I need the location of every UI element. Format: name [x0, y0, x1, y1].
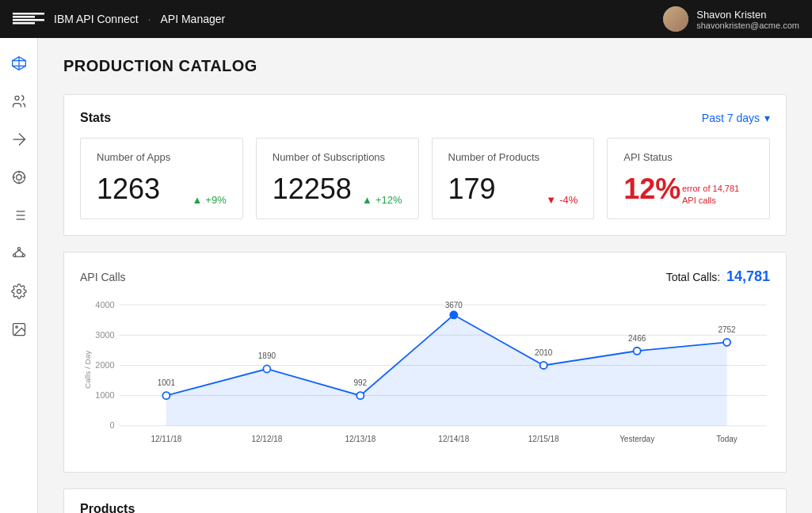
svg-rect-0	[13, 13, 44, 15]
svg-text:2000: 2000	[95, 360, 114, 370]
svg-point-8	[15, 96, 19, 100]
svg-point-29	[15, 326, 17, 329]
sidebar-item-target[interactable]	[3, 162, 35, 193]
chart-x-label-3: 12/14/18	[438, 435, 469, 443]
stat-card-products-label: Number of Products	[448, 151, 578, 163]
stats-section: Stats Past 7 days ▾ Number of Apps 1263 …	[63, 94, 787, 236]
sidebar-item-graph[interactable]	[3, 238, 35, 269]
products-header: Products	[64, 489, 786, 513]
chart-total-label: Total Calls:	[666, 271, 720, 283]
chart-point-5	[634, 348, 641, 355]
chart-title: API Calls	[80, 271, 126, 283]
page-title: PRODUCTION CATALOG	[63, 57, 787, 75]
svg-text:1000: 1000	[95, 390, 114, 400]
svg-text:0: 0	[109, 420, 114, 430]
chart-area: 4000 3000 2000 1000 0 Calls / Day	[80, 298, 770, 456]
sidebar-item-settings[interactable]	[3, 276, 35, 307]
subscriptions-change-value: +12%	[376, 194, 402, 206]
stat-card-products-value: 179	[448, 173, 496, 206]
chart-label-3: 3670	[445, 301, 463, 310]
chart-label-2: 992	[354, 378, 368, 387]
user-name: Shavon Kristen	[696, 9, 799, 21]
svg-text:Calls / Day: Calls / Day	[83, 351, 92, 389]
top-nav-right: Shavon Kristen shavonkristen@acme.com	[663, 6, 799, 32]
chart-label-0: 1001	[158, 378, 176, 387]
up-arrow-icon-2: ▲	[362, 194, 372, 206]
up-arrow-icon: ▲	[192, 194, 202, 206]
chart-point-4	[540, 362, 547, 369]
svg-point-10	[16, 175, 21, 180]
stat-card-products-value-row: 179 ▼ -4%	[448, 173, 578, 206]
chart-point-6	[723, 339, 730, 346]
stat-card-api-status-label: API Status	[623, 151, 753, 163]
chevron-down-icon: ▾	[764, 112, 770, 124]
chart-x-label-2: 12/13/18	[345, 435, 376, 443]
svg-point-21	[17, 248, 20, 250]
svg-text:4000: 4000	[95, 300, 114, 310]
api-status-error: error of 14,781 API calls	[682, 183, 753, 206]
stat-card-apps-change: ▲ +9%	[192, 194, 226, 206]
main-content: PRODUCTION CATALOG Stats Past 7 days ▾ N…	[38, 38, 812, 513]
sidebar-item-list[interactable]	[3, 200, 35, 231]
products-section: Products Name Plans Status API Status Re…	[63, 488, 787, 513]
stats-cards: Number of Apps 1263 ▲ +9% Number of Subs…	[80, 138, 770, 219]
stats-section-title: Stats	[80, 111, 111, 125]
chart-label-6: 2752	[718, 325, 736, 334]
api-status-value: 12%	[623, 173, 680, 206]
user-info: Shavon Kristen shavonkristen@acme.com	[696, 9, 799, 30]
svg-line-25	[19, 250, 24, 254]
chart-label-1: 1890	[258, 352, 276, 360]
stat-card-apps-value: 1263	[97, 173, 160, 206]
stat-card-apps-value-row: 1263 ▲ +9%	[97, 173, 227, 206]
chart-point-1	[263, 365, 270, 372]
stat-card-api-status-value-row: 12% error of 14,781 API calls	[623, 173, 753, 206]
chart-x-label-4: 12/15/18	[528, 435, 559, 443]
stat-card-products: Number of Products 179 ▼ -4%	[432, 138, 595, 219]
chart-total: Total Calls: 14,781	[666, 268, 770, 285]
svg-rect-1	[13, 16, 35, 18]
stats-filter[interactable]: Past 7 days ▾	[702, 112, 770, 124]
brand-label: IBM API Connect	[54, 13, 139, 25]
top-nav: IBM API Connect · API Manager Shavon Kri…	[0, 0, 812, 38]
layout: PRODUCTION CATALOG Stats Past 7 days ▾ N…	[0, 38, 812, 513]
user-email: shavonkristen@acme.com	[696, 21, 799, 30]
sidebar-item-image[interactable]	[3, 314, 35, 345]
stat-card-subscriptions-change: ▲ +12%	[362, 194, 402, 206]
apps-change-value: +9%	[205, 194, 226, 206]
nav-separator: ·	[148, 13, 151, 25]
svg-rect-2	[13, 19, 44, 21]
stat-card-apps: Number of Apps 1263 ▲ +9%	[80, 138, 243, 219]
chart-header: API Calls Total Calls: 14,781	[80, 268, 770, 285]
chart-svg: 4000 3000 2000 1000 0 Calls / Day	[80, 298, 770, 456]
chart-x-label-6: Today	[716, 435, 738, 443]
chart-x-label-1: 12/12/18	[251, 435, 282, 443]
stat-card-subscriptions-label: Number of Subscriptions	[273, 151, 402, 163]
chart-point-0	[162, 392, 170, 399]
sidebar-item-api[interactable]	[3, 124, 35, 155]
svg-rect-3	[13, 22, 35, 25]
chart-x-label-0: 12/11/18	[151, 435, 181, 443]
stats-header: Stats Past 7 days ▾	[80, 111, 770, 125]
sidebar-item-box[interactable]	[3, 48, 35, 79]
stat-card-products-change: ▼ -4%	[546, 194, 578, 206]
ibm-logo-icon	[13, 13, 44, 25]
sidebar-item-users[interactable]	[3, 86, 35, 117]
sidebar	[0, 38, 38, 513]
chart-point-2	[356, 392, 364, 399]
stat-card-subscriptions-value-row: 12258 ▲ +12%	[273, 173, 402, 206]
products-change-value: -4%	[559, 194, 578, 206]
avatar	[663, 6, 688, 32]
chart-total-value: 14,781	[726, 268, 770, 284]
chart-label-5: 2466	[628, 334, 646, 343]
down-arrow-icon: ▼	[546, 194, 556, 206]
chart-point-3	[450, 311, 457, 318]
chart-x-label-5: Yesterday	[619, 435, 654, 443]
top-nav-left: IBM API Connect · API Manager	[13, 13, 225, 25]
nav-title: API Manager	[161, 13, 226, 25]
stat-card-subscriptions: Number of Subscriptions 12258 ▲ +12%	[256, 138, 419, 219]
svg-line-24	[14, 250, 19, 254]
chart-section: API Calls Total Calls: 14,781 4000 3000	[63, 252, 787, 473]
stat-card-apps-label: Number of Apps	[97, 151, 227, 163]
stat-card-api-status: API Status 12% error of 14,781 API calls	[607, 138, 770, 219]
avatar-image	[663, 6, 688, 32]
